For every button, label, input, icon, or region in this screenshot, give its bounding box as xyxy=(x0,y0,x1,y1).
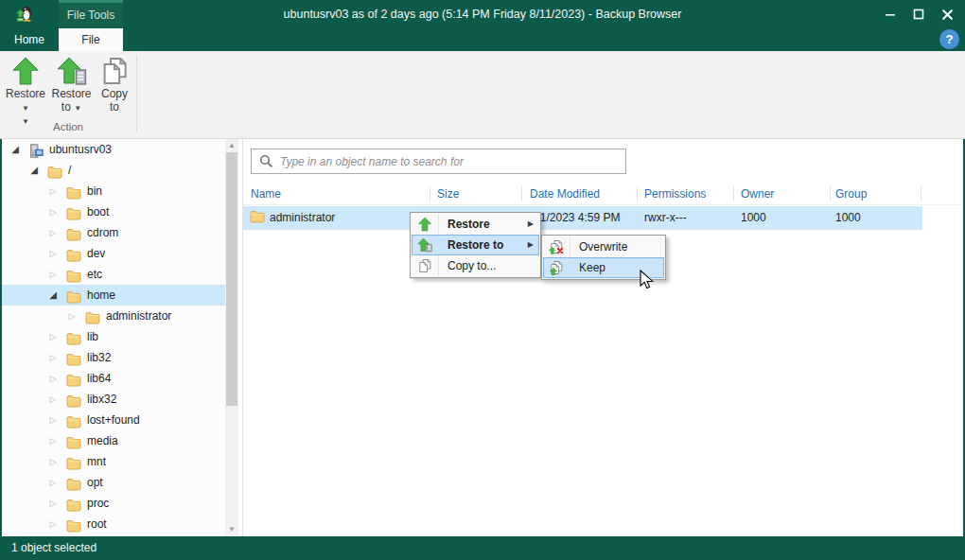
expand-icon[interactable]: ▷ xyxy=(47,514,59,534)
tree-item-label: media xyxy=(87,430,118,451)
expand-icon[interactable]: ▷ xyxy=(47,410,59,430)
tree-item-administrator[interactable]: ▷administrator xyxy=(2,306,225,326)
maximize-icon[interactable] xyxy=(904,0,933,28)
scrollbar-thumb[interactable] xyxy=(226,152,237,406)
tree-item-lib64[interactable]: ▷lib64 xyxy=(2,368,225,389)
content-area: ◢ubuntusrv03◢/▷bin▷boot▷cdrom▷dev▷etc◢ho… xyxy=(2,139,963,536)
expand-icon[interactable]: ▷ xyxy=(47,264,59,285)
submenu-arrow-icon: ▶ xyxy=(528,214,534,235)
app-icon-veeam-flr xyxy=(13,4,34,25)
tree-item-etc[interactable]: ▷etc xyxy=(2,264,225,285)
context-menu: Restore▶Restore to▶Copy to... xyxy=(410,212,541,278)
tree-item-[interactable]: ◢/ xyxy=(2,160,225,181)
expand-icon[interactable]: ▷ xyxy=(47,493,59,514)
tree-item-media[interactable]: ▷media xyxy=(2,430,225,451)
collapse-icon[interactable]: ◢ xyxy=(47,285,59,306)
expand-icon[interactable]: ▷ xyxy=(47,326,59,347)
column-header-permissions[interactable]: Permissions xyxy=(644,183,706,205)
collapse-icon[interactable]: ◢ xyxy=(28,160,40,181)
folder-icon xyxy=(66,181,83,201)
column-separator[interactable] xyxy=(521,186,522,201)
folder-icon xyxy=(66,493,83,514)
tree-item-ubuntusrv03[interactable]: ◢ubuntusrv03 xyxy=(2,139,225,160)
scroll-up-icon[interactable]: ▲ xyxy=(225,139,238,152)
menu-item-copy-to[interactable]: Copy to... xyxy=(412,255,539,276)
folder-icon xyxy=(66,472,83,493)
tree-item-proc[interactable]: ▷proc xyxy=(2,493,225,514)
title-bar: File Tools ubuntusrv03 as of 2 days ago … xyxy=(0,0,965,28)
search-box[interactable] xyxy=(251,149,626,174)
ribbon-restore-button[interactable]: Restore ▼▼ xyxy=(4,54,47,122)
tree-item-mnt[interactable]: ▷mnt xyxy=(2,451,225,472)
tree-item-label: lib64 xyxy=(87,368,111,389)
minimize-icon[interactable] xyxy=(876,0,904,28)
tree-item-libx32[interactable]: ▷libx32 xyxy=(2,389,225,410)
folder-icon xyxy=(66,410,83,430)
column-separator[interactable] xyxy=(637,186,638,201)
column-header-group[interactable]: Group xyxy=(835,183,867,205)
folder-icon xyxy=(66,347,83,368)
tree-item-cdrom[interactable]: ▷cdrom xyxy=(2,222,225,243)
tree-item-home[interactable]: ◢home xyxy=(2,285,225,306)
ribbon-group-separator xyxy=(136,55,137,132)
expand-icon[interactable]: ▷ xyxy=(47,368,59,389)
folder-tree: ◢ubuntusrv03◢/▷bin▷boot▷cdrom▷dev▷etc◢ho… xyxy=(2,139,238,536)
tab-home[interactable]: Home xyxy=(0,28,59,51)
tree-item-label: ubuntusrv03 xyxy=(49,139,112,160)
help-button[interactable]: ? xyxy=(939,29,959,49)
expand-icon[interactable]: ▷ xyxy=(47,430,59,451)
column-separator[interactable] xyxy=(430,186,430,201)
tree-item-dev[interactable]: ▷dev xyxy=(2,243,225,264)
tree-item-label: dev xyxy=(87,243,105,264)
expand-icon[interactable]: ▷ xyxy=(66,306,78,326)
expand-icon[interactable]: ▷ xyxy=(47,451,59,472)
tree-item-lost-found[interactable]: ▷lost+found xyxy=(2,410,225,430)
ribbon-copy-to-button[interactable]: Copyto xyxy=(96,54,133,122)
expand-icon[interactable]: ▷ xyxy=(47,472,59,493)
tree-item-label: mnt xyxy=(87,451,106,472)
tree-item-opt[interactable]: ▷opt xyxy=(2,472,225,493)
column-header-date-modified[interactable]: Date Modified xyxy=(530,183,600,205)
server-icon xyxy=(28,139,45,160)
tab-file[interactable]: File xyxy=(59,28,123,51)
menu-item-restore[interactable]: Restore▶ xyxy=(412,214,539,235)
expand-icon[interactable]: ▷ xyxy=(47,222,59,243)
expand-icon[interactable]: ▷ xyxy=(47,243,59,264)
scroll-down-icon[interactable]: ▼ xyxy=(225,523,238,536)
tree-scrollbar[interactable]: ▲ ▼ xyxy=(225,139,238,536)
column-header-name[interactable]: Name xyxy=(251,183,281,205)
tree-item-bin[interactable]: ▷bin xyxy=(2,181,225,201)
collapse-icon[interactable]: ◢ xyxy=(9,139,21,160)
copy-pages-icon xyxy=(417,258,432,280)
column-separator[interactable] xyxy=(733,186,734,201)
column-header-size[interactable]: Size xyxy=(437,183,459,205)
expand-icon[interactable]: ▷ xyxy=(47,201,59,222)
folder-icon xyxy=(66,243,83,264)
cell-permissions: rwxr-x--- xyxy=(644,206,687,230)
menu-item-label: Copy to... xyxy=(447,255,496,276)
expand-icon[interactable]: ▷ xyxy=(47,181,59,201)
ribbon-restore-to-button[interactable]: Restoreto ▼ xyxy=(49,54,94,122)
folder-icon xyxy=(250,210,265,227)
menu-item-label: Restore to xyxy=(447,235,503,255)
column-header-owner[interactable]: Owner xyxy=(741,183,774,205)
expand-icon[interactable]: ▷ xyxy=(47,347,59,368)
tree-item-boot[interactable]: ▷boot xyxy=(2,201,225,222)
table-row-administrator[interactable]: administrator8/11/2023 4:59 PMrwxr-x---1… xyxy=(243,206,922,230)
menu-item-restore-to[interactable]: Restore to▶ xyxy=(412,235,539,255)
file-list-panel: NameSizeDate ModifiedPermissionsOwnerGro… xyxy=(243,139,963,536)
search-input[interactable] xyxy=(280,155,625,168)
tree-item-lib32[interactable]: ▷lib32 xyxy=(2,347,225,368)
tree-item-lib[interactable]: ▷lib xyxy=(2,326,225,347)
folder-icon xyxy=(66,368,83,389)
column-separator[interactable] xyxy=(921,186,921,201)
restore-to-icon xyxy=(57,56,87,86)
tree-item-root[interactable]: ▷root xyxy=(2,514,225,534)
expand-icon[interactable]: ▷ xyxy=(47,389,59,410)
cell-group: 1000 xyxy=(835,206,861,230)
menu-item-overwrite[interactable]: Overwrite xyxy=(543,236,664,257)
menu-item-label: Keep xyxy=(579,257,605,278)
window-title: ubuntusrv03 as of 2 days ago (5:14 PM Fr… xyxy=(0,0,965,28)
close-icon[interactable] xyxy=(933,0,961,28)
column-separator[interactable] xyxy=(830,186,831,201)
